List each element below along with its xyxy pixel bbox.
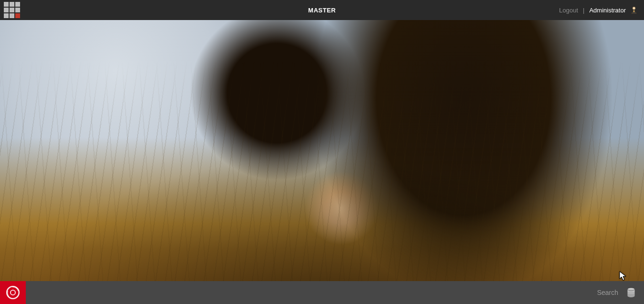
- user-avatar-icon[interactable]: [631, 6, 637, 14]
- top-bar-right: Logout | Administrator: [559, 6, 644, 14]
- user-name[interactable]: Administrator: [589, 7, 626, 14]
- app-menu-grid-icon[interactable]: [4, 2, 20, 18]
- logout-link[interactable]: Logout: [559, 7, 578, 14]
- search-input[interactable]: [513, 289, 618, 296]
- bottom-bar-right: [513, 287, 644, 298]
- hero-image: [0, 20, 644, 281]
- svg-point-3: [11, 290, 15, 295]
- top-bar: MASTER Logout | Administrator: [0, 0, 644, 20]
- svg-rect-1: [633, 10, 635, 12]
- bottom-bar: [0, 281, 644, 304]
- page-title: MASTER: [0, 7, 644, 14]
- sitecore-logo-icon[interactable]: [0, 281, 26, 304]
- database-icon[interactable]: [627, 287, 635, 298]
- svg-point-0: [633, 7, 635, 10]
- separator: |: [583, 7, 584, 14]
